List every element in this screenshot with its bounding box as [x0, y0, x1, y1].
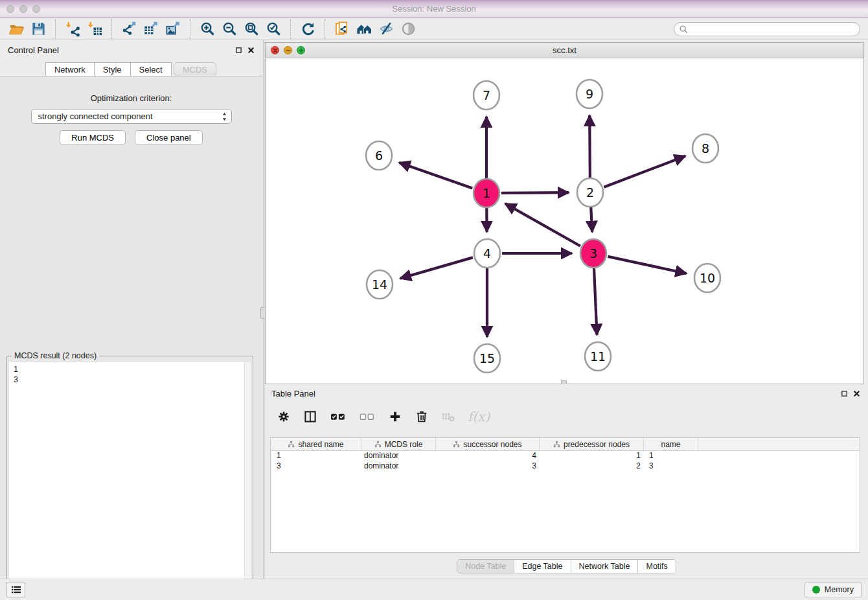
- graph-node-1[interactable]: 1: [474, 179, 499, 207]
- graph-node-15[interactable]: 15: [474, 344, 500, 373]
- criterion-select[interactable]: strongly connected component: [31, 109, 232, 124]
- unselect-all-columns-button[interactable]: [359, 410, 376, 424]
- table-header-row: shared nameMCDS rolesuccessor nodesprede…: [271, 438, 860, 451]
- network-canvas[interactable]: 7968124314101511: [266, 58, 863, 384]
- graph-node-10[interactable]: 10: [694, 264, 720, 292]
- network-window-title: scc.txt: [266, 43, 863, 58]
- network-zoom-button[interactable]: [297, 46, 305, 54]
- zoom-fit-button[interactable]: [240, 19, 262, 39]
- graph-node-label: 8: [702, 141, 709, 156]
- toolbar-separator: [190, 19, 190, 39]
- float-table-panel-icon[interactable]: [841, 390, 848, 397]
- tab-select[interactable]: Select: [130, 62, 172, 76]
- tab-edge-table[interactable]: Edge Table: [514, 560, 571, 573]
- graph-node-7[interactable]: 7: [474, 81, 499, 110]
- refresh-button[interactable]: [297, 19, 319, 39]
- table-tabs: Node TableEdge TableNetwork TableMotifs: [265, 559, 868, 573]
- select-all-columns-button[interactable]: [330, 410, 347, 424]
- table-row[interactable]: 1dominator411: [271, 451, 860, 461]
- graph-edge-3-10[interactable]: [608, 257, 686, 273]
- network-minimize-button[interactable]: [284, 46, 292, 54]
- select-spinner-icon: [222, 111, 227, 122]
- import-table-icon: [87, 21, 103, 37]
- eye-icon: [400, 21, 417, 37]
- column-header-name[interactable]: name: [644, 438, 698, 450]
- tab-style[interactable]: Style: [94, 62, 131, 76]
- graph-node-4[interactable]: 4: [474, 239, 500, 268]
- function-builder-button: f(x): [468, 409, 490, 424]
- graph-edge-2-8[interactable]: [604, 156, 685, 187]
- save-icon: [30, 21, 47, 37]
- network-close-button[interactable]: [271, 46, 279, 54]
- column-header-shared-name[interactable]: shared name: [271, 438, 361, 450]
- create-column-button[interactable]: [388, 410, 402, 424]
- show-hidden-button[interactable]: [397, 19, 419, 39]
- graph-edge-2-3[interactable]: [591, 207, 592, 232]
- zoom-selected-button[interactable]: [262, 19, 284, 39]
- delete-column-button[interactable]: [415, 410, 429, 424]
- graph-node-6[interactable]: 6: [366, 141, 392, 170]
- table-delete-icon: [441, 410, 455, 424]
- tab-network[interactable]: Network: [45, 62, 95, 76]
- graph-edge-3-1[interactable]: [505, 203, 580, 246]
- tab-network-table[interactable]: Network Table: [571, 560, 639, 573]
- graph-edge-4-14[interactable]: [400, 257, 473, 278]
- task-history-button[interactable]: [6, 582, 25, 597]
- export-image-button[interactable]: [162, 19, 184, 39]
- zoom-selected-icon: [266, 21, 282, 37]
- graph-edge-2-9[interactable]: [589, 115, 590, 178]
- hide-selected-button[interactable]: [375, 19, 397, 39]
- table-row[interactable]: 3dominator323: [271, 461, 860, 472]
- table-cell: 1: [540, 451, 644, 461]
- show-column-button[interactable]: [303, 410, 317, 424]
- graph-node-9[interactable]: 9: [577, 80, 602, 108]
- export-table-button[interactable]: [140, 19, 162, 39]
- delete-table-button: [441, 410, 455, 424]
- column-header-predecessor-nodes[interactable]: predecessor nodes: [540, 438, 644, 450]
- export-network-button[interactable]: [118, 19, 140, 39]
- tab-node-table[interactable]: Node Table: [457, 560, 514, 573]
- column-header-filler: [698, 438, 860, 450]
- import-network-button[interactable]: [62, 19, 84, 39]
- table-settings-button[interactable]: [277, 410, 291, 424]
- import-table-button[interactable]: [84, 19, 106, 39]
- column-header-successor-nodes[interactable]: successor nodes: [436, 438, 540, 450]
- graph-edge-1-2[interactable]: [501, 192, 569, 193]
- graph-edge-1-6[interactable]: [399, 163, 472, 189]
- graph-node-3[interactable]: 3: [580, 239, 606, 268]
- float-panel-icon[interactable]: [235, 47, 242, 54]
- new-network-from-selection-button[interactable]: [331, 19, 353, 39]
- column-header-label: predecessor nodes: [564, 440, 630, 449]
- table-cell: 1: [271, 451, 361, 461]
- select-all-checks-icon: [330, 410, 347, 424]
- tab-mcds[interactable]: MCDS: [174, 62, 216, 76]
- close-table-panel-icon[interactable]: [853, 390, 860, 397]
- graph-edge-3-11[interactable]: [594, 268, 597, 335]
- window-title: Session: New Session: [0, 0, 868, 18]
- close-panel-icon[interactable]: [247, 47, 255, 54]
- graph-node-11[interactable]: 11: [585, 342, 611, 371]
- memory-button[interactable]: Memory: [805, 582, 862, 597]
- graph-node-14[interactable]: 14: [367, 270, 393, 299]
- open-session-button[interactable]: [5, 19, 27, 39]
- network-home-button[interactable]: [353, 19, 375, 39]
- tab-motifs[interactable]: Motifs: [638, 560, 675, 573]
- result-scrollbar[interactable]: [244, 362, 251, 598]
- close-panel-button[interactable]: Close panel: [135, 130, 203, 145]
- graph-node-label: 1: [483, 186, 490, 200]
- graph-node-2[interactable]: 2: [577, 178, 603, 207]
- search-field[interactable]: [674, 22, 860, 36]
- save-session-button[interactable]: [27, 19, 49, 39]
- mcds-result-text: 1 3: [9, 362, 251, 387]
- houses-icon: [356, 21, 372, 37]
- search-input[interactable]: [688, 23, 860, 35]
- graph-node-8[interactable]: 8: [692, 134, 718, 163]
- zoom-out-button[interactable]: [218, 19, 240, 39]
- column-header-MCDS-role[interactable]: MCDS role: [361, 438, 436, 450]
- memory-status-icon: [812, 586, 820, 594]
- flow-icon: [453, 441, 460, 448]
- table-cell: dominator: [361, 451, 436, 461]
- run-mcds-button[interactable]: Run MCDS: [60, 130, 126, 145]
- zoom-in-button[interactable]: [196, 19, 218, 39]
- memory-button-label: Memory: [825, 585, 854, 594]
